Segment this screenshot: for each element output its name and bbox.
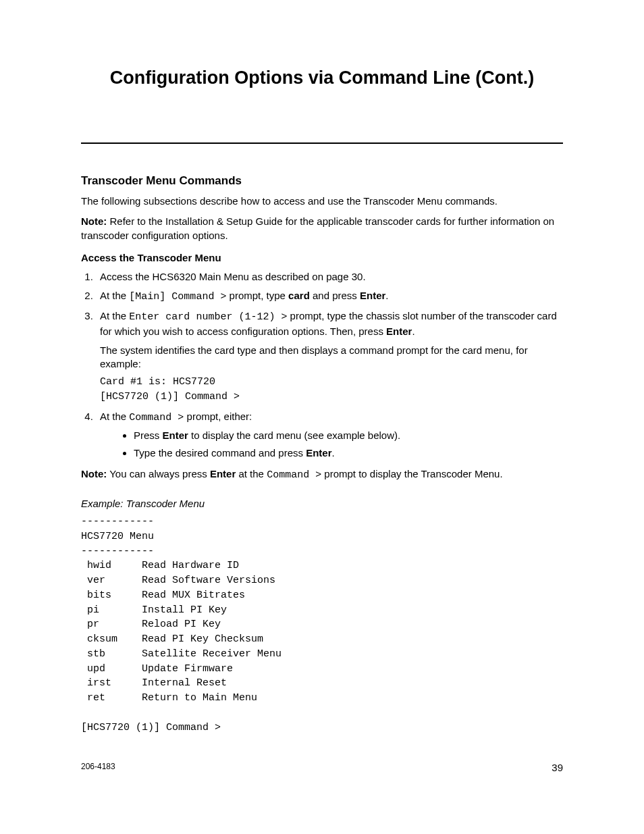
steps-list: Access the HCS6320 Main Menu as describe…	[81, 270, 563, 461]
page: Configuration Options via Command Line (…	[0, 0, 644, 834]
text: .	[331, 447, 334, 459]
inline-code: Command >	[129, 412, 184, 423]
text: At the	[100, 290, 129, 301]
key-name: Enter	[210, 468, 236, 479]
subsection-heading: Access the Transcoder Menu	[81, 252, 563, 263]
bullet-2: Type the desired command and press Enter…	[134, 446, 563, 460]
bullet-1: Press Enter to display the card menu (se…	[134, 429, 563, 442]
note-1: Note: Refer to the Installation & Setup …	[81, 215, 563, 242]
text: You can always press	[107, 468, 210, 479]
key-name: Enter	[360, 290, 385, 301]
inline-code: Command >	[267, 469, 321, 481]
inline-code: [Main] Command >	[129, 291, 226, 303]
footer-doc-number: 206-4183	[81, 762, 115, 771]
section-heading: Transcoder Menu Commands	[81, 174, 563, 188]
text: prompt to display the Transcoder Menu.	[321, 468, 502, 479]
step-2: At the [Main] Command > prompt, type car…	[96, 289, 563, 304]
step-3: At the Enter card number (1-12) > prompt…	[96, 309, 563, 405]
command-word: card	[288, 290, 310, 301]
text: At the	[100, 411, 129, 422]
text: to display the card menu (see example be…	[188, 429, 400, 441]
text: At the	[100, 310, 129, 321]
text: Press	[134, 429, 163, 441]
note-text: Refer to the Installation & Setup Guide …	[81, 215, 554, 240]
key-name: Enter	[163, 429, 188, 441]
menu-output-block: ------------ HCS7720 Menu ------------ h…	[81, 515, 563, 735]
text: Type the desired command and press	[134, 447, 306, 459]
text: at the	[236, 468, 267, 479]
intro-paragraph: The following subsections describe how t…	[81, 194, 563, 208]
footer: 206-4183 39	[81, 762, 563, 773]
key-name: Enter	[306, 447, 331, 459]
step-sub-text: The system identifies the card type and …	[100, 344, 563, 371]
text: prompt, either:	[184, 411, 252, 422]
note-2: Note: You can always press Enter at the …	[81, 467, 563, 482]
horizontal-rule	[81, 142, 563, 144]
inline-code: Enter card number (1-12) >	[129, 311, 287, 323]
text: .	[412, 325, 414, 337]
bullet-list: Press Enter to display the card menu (se…	[100, 429, 563, 461]
code-block: Card #1 is: HCS7720 [HCS7720 (1)] Comman…	[100, 375, 563, 405]
note-label: Note:	[81, 215, 107, 227]
example-label: Example: Transcoder Menu	[81, 497, 563, 511]
key-name: Enter	[386, 325, 412, 337]
text: .	[385, 290, 388, 301]
note-label: Note:	[81, 468, 107, 479]
step-4: At the Command > prompt, either: Press E…	[96, 410, 563, 461]
step-1: Access the HCS6320 Main Menu as describe…	[96, 270, 563, 284]
text: and press	[310, 290, 360, 301]
footer-page-number: 39	[552, 762, 563, 773]
text: prompt, type	[226, 290, 288, 301]
page-title: Configuration Options via Command Line (…	[81, 68, 563, 88]
